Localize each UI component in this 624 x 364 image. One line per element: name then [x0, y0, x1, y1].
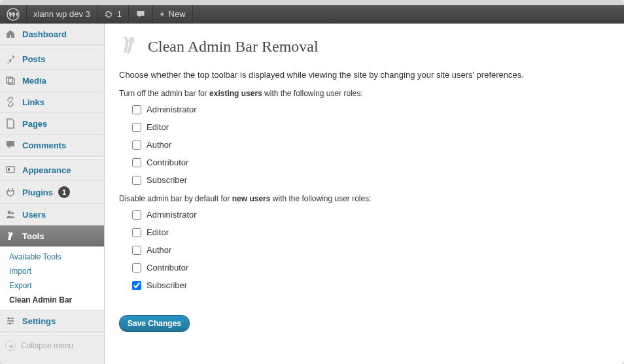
menu-posts[interactable]: Posts — [0, 48, 104, 70]
menu-comments[interactable]: Comments — [0, 135, 104, 156]
page-icon — [4, 118, 17, 129]
tools-large-icon — [119, 35, 140, 58]
svg-rect-1 — [7, 167, 14, 173]
existing-administrator-row[interactable]: Administrator — [132, 105, 610, 114]
save-changes-button[interactable]: Save Changes — [119, 315, 190, 332]
wp-logo-menu[interactable] — [0, 5, 27, 24]
link-icon — [4, 97, 17, 107]
submenu-import[interactable]: Import — [0, 264, 104, 278]
wp-admin-bar: xiann wp dev 3 1 + New — [0, 5, 624, 24]
new-subscriber-checkbox[interactable] — [132, 281, 141, 290]
menu-label: Media — [22, 76, 46, 86]
comment-icon — [4, 140, 17, 150]
existing-author-checkbox[interactable] — [132, 141, 141, 150]
svg-rect-2 — [8, 168, 10, 171]
existing-editor-checkbox[interactable] — [132, 123, 141, 132]
existing-administrator-checkbox[interactable] — [132, 105, 141, 114]
pin-icon — [4, 54, 17, 64]
menu-users[interactable]: Users — [0, 204, 104, 225]
role-label: Author — [147, 245, 171, 255]
new-administrator-row[interactable]: Administrator — [132, 210, 610, 220]
role-label: Subscriber — [147, 280, 187, 290]
role-label: Contributor — [147, 157, 188, 167]
wordpress-icon — [7, 8, 20, 21]
menu-links[interactable]: Links — [0, 91, 104, 113]
comment-icon — [135, 10, 146, 19]
new-administrator-checkbox[interactable] — [132, 210, 141, 220]
submenu-export[interactable]: Export — [0, 278, 104, 293]
updates-menu[interactable]: 1 — [97, 5, 129, 24]
site-name-label: xiann wp dev 3 — [33, 9, 90, 19]
menu-label: Tools — [22, 231, 44, 241]
svg-point-4 — [11, 212, 14, 214]
menu-label: Appearance — [22, 165, 71, 175]
plugins-badge: 1 — [58, 186, 70, 198]
menu-label: Settings — [22, 316, 56, 326]
existing-contributor-row[interactable]: Contributor — [132, 157, 610, 167]
new-label: New — [169, 9, 186, 19]
menu-appearance[interactable]: Appearance — [0, 159, 104, 181]
existing-subscriber-checkbox[interactable] — [132, 176, 141, 185]
menu-plugins[interactable]: Plugins 1 — [0, 181, 104, 204]
tools-icon — [4, 231, 17, 241]
menu-label: Comments — [22, 141, 66, 150]
role-label: Editor — [147, 227, 169, 237]
new-content-menu[interactable]: + New — [153, 5, 193, 24]
menu-label: Links — [22, 97, 44, 107]
role-label: Author — [147, 140, 171, 150]
section-new-label: Disable admin bar by default for new use… — [119, 194, 610, 203]
new-author-checkbox[interactable] — [132, 246, 141, 255]
role-label: Administrator — [147, 210, 197, 220]
existing-editor-row[interactable]: Editor — [132, 122, 610, 132]
existing-contributor-checkbox[interactable] — [132, 158, 141, 167]
existing-author-row[interactable]: Author — [132, 140, 610, 150]
users-icon — [4, 209, 17, 220]
role-label: Contributor — [147, 263, 188, 273]
plus-icon: + — [160, 9, 165, 19]
new-editor-checkbox[interactable] — [132, 228, 141, 237]
new-contributor-checkbox[interactable] — [132, 263, 141, 273]
menu-pages[interactable]: Pages — [0, 113, 104, 135]
menu-media[interactable]: Media — [0, 70, 104, 91]
settings-icon — [4, 316, 17, 326]
new-roles-list: Administrator Editor Author Contributor … — [132, 210, 610, 290]
collapse-label: Collapse menu — [21, 341, 73, 350]
submenu-tools: Available Tools Import Export Clean Admi… — [0, 247, 104, 310]
updates-count: 1 — [117, 9, 122, 19]
media-icon — [4, 75, 17, 86]
existing-roles-list: Administrator Editor Author Contributor … — [132, 105, 610, 185]
svg-point-3 — [8, 211, 11, 214]
menu-label: Dashboard — [22, 29, 67, 39]
refresh-icon — [104, 10, 113, 19]
existing-subscriber-row[interactable]: Subscriber — [132, 175, 610, 185]
submenu-available-tools[interactable]: Available Tools — [0, 250, 104, 264]
new-contributor-row[interactable]: Contributor — [132, 263, 610, 273]
submenu-clean-admin-bar[interactable]: Clean Admin Bar — [0, 293, 104, 307]
role-label: Subscriber — [147, 175, 187, 185]
collapse-menu[interactable]: ◄ Collapse menu — [0, 335, 104, 356]
page-title: Clean Admin Bar Removal — [148, 38, 319, 56]
new-author-row[interactable]: Author — [132, 245, 610, 255]
collapse-icon: ◄ — [5, 340, 16, 351]
role-label: Administrator — [147, 105, 197, 114]
page-intro: Choose whether the top toolbar is displa… — [119, 70, 610, 80]
menu-settings[interactable]: Settings — [0, 310, 104, 332]
comments-menu[interactable] — [129, 5, 153, 24]
menu-tools[interactable]: Tools — [0, 225, 104, 247]
menu-label: Posts — [22, 54, 45, 64]
menu-label: Users — [22, 210, 46, 220]
site-name-menu[interactable]: xiann wp dev 3 — [27, 5, 97, 24]
menu-label: Pages — [22, 119, 47, 129]
plugin-icon — [4, 187, 17, 197]
admin-sidebar: Dashboard Posts Media Links Pages Commen… — [0, 24, 105, 364]
menu-label: Plugins — [22, 188, 53, 197]
role-label: Editor — [147, 122, 169, 132]
new-editor-row[interactable]: Editor — [132, 227, 610, 237]
dashboard-icon — [4, 29, 17, 39]
appearance-icon — [4, 165, 17, 175]
section-existing-label: Turn off the admin bar for existing user… — [119, 89, 610, 98]
menu-dashboard[interactable]: Dashboard — [0, 24, 104, 45]
main-content: Clean Admin Bar Removal Choose whether t… — [105, 24, 624, 364]
new-subscriber-row[interactable]: Subscriber — [132, 280, 610, 290]
